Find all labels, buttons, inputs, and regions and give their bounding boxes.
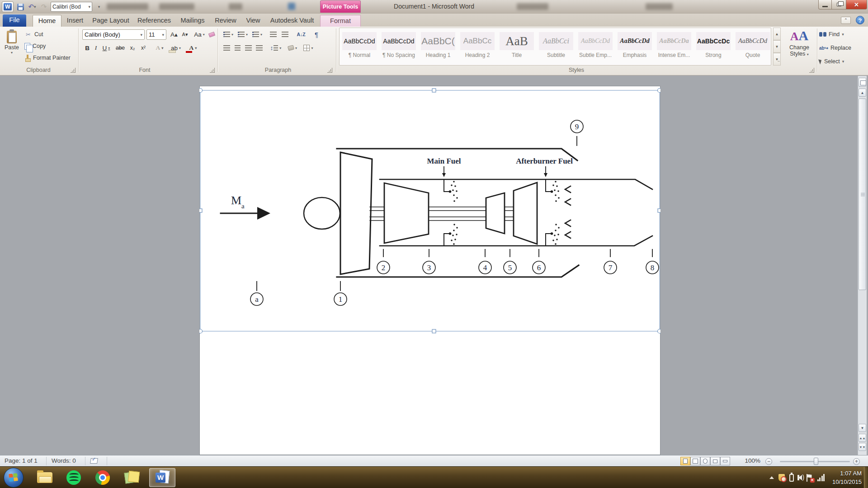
taskbar-explorer-button[interactable] — [32, 468, 58, 487]
style-heading-1[interactable]: AaBbC( Heading 1 — [420, 30, 456, 63]
subscript-button[interactable]: x₂ — [127, 43, 137, 53]
clipboard-dialog-launcher[interactable] — [71, 68, 75, 73]
italic-button[interactable]: I — [92, 43, 99, 53]
style-quote[interactable]: AaBbCcDd Quote — [735, 30, 771, 63]
action-center-flag-icon[interactable]: ✕ — [807, 474, 813, 482]
tab-home[interactable]: Home — [33, 15, 61, 27]
volume-icon[interactable] — [798, 475, 802, 480]
tab-format[interactable]: Format — [320, 15, 361, 27]
highlight-button[interactable]: ab▾ — [168, 43, 184, 53]
numbering-button[interactable]: ▾ — [236, 29, 250, 39]
close-button[interactable]: ✕ — [846, 0, 867, 9]
style-subtitle[interactable]: AaBbCci Subtitle — [538, 30, 574, 63]
line-spacing-button[interactable]: ↕▾ — [269, 43, 283, 53]
gallery-more-button[interactable]: ▼̲ — [773, 53, 781, 66]
tab-autodesk-vault[interactable]: Autodesk Vault — [266, 15, 318, 27]
undo-dropdown[interactable]: ▾ — [34, 5, 36, 9]
align-center-button[interactable] — [232, 43, 242, 53]
tab-mailings[interactable]: Mailings — [175, 15, 210, 27]
font-family-combo[interactable]: Calibri (Body) ▾ — [82, 29, 145, 40]
vertical-scrollbar[interactable]: ▲ ▼ ▲▲ ▼▼ — [858, 76, 867, 455]
change-case-button[interactable]: Aa▾ — [193, 29, 206, 39]
zoom-level[interactable]: 100% — [745, 457, 760, 464]
multilevel-list-button[interactable]: ▾ — [250, 29, 264, 39]
full-screen-reading-view-button[interactable] — [690, 457, 700, 465]
word-app-icon[interactable]: W — [2, 1, 14, 12]
cut-button[interactable]: ✂ Cut — [24, 29, 43, 39]
clear-formatting-button[interactable] — [207, 29, 216, 39]
zoom-slider-thumb[interactable] — [814, 458, 818, 465]
superscript-button[interactable]: x² — [138, 43, 148, 53]
selection-handle-corner[interactable] — [199, 329, 203, 333]
selection-handle-corner[interactable] — [658, 329, 661, 333]
borders-button[interactable]: ▾ — [301, 43, 316, 53]
taskbar-chrome-button[interactable] — [90, 468, 116, 487]
next-page-button[interactable]: ▼▼ — [859, 443, 866, 451]
sort-button[interactable]: A↓Z — [295, 29, 307, 39]
text-effects-button[interactable]: A▾ — [153, 43, 166, 53]
grow-font-button[interactable]: A▴ — [169, 29, 179, 39]
taskbar-spotify-button[interactable] — [61, 468, 87, 487]
engine-diagram[interactable]: M a — [199, 86, 660, 455]
tab-view[interactable]: View — [241, 15, 265, 27]
web-layout-view-button[interactable] — [700, 457, 710, 465]
underline-button[interactable]: U▾ — [100, 43, 112, 53]
outline-view-button[interactable] — [710, 457, 720, 465]
style-intense-emphasis[interactable]: AaBbCcDa Intense Em... — [656, 30, 692, 63]
font-color-button[interactable]: A▾ — [185, 43, 201, 53]
tab-references[interactable]: References — [134, 15, 175, 27]
selection-handle-right[interactable] — [658, 209, 660, 212]
bold-button[interactable]: B — [83, 43, 91, 53]
zoom-in-button[interactable]: + — [853, 458, 860, 465]
format-painter-button[interactable]: Format Painter — [24, 53, 71, 63]
style-subtle-emphasis[interactable]: AaBbCcDd Subtle Emp... — [577, 30, 613, 63]
paragraph-dialog-launcher[interactable] — [327, 68, 332, 73]
selection-handle-top[interactable] — [432, 89, 436, 92]
print-layout-view-button[interactable] — [680, 457, 690, 465]
previous-page-button[interactable]: ▲▲ — [859, 434, 866, 442]
word-count[interactable]: Words: 0 — [52, 457, 76, 464]
decrease-indent-button[interactable] — [268, 29, 278, 39]
gallery-scroll-down-button[interactable]: ▼ — [773, 40, 781, 53]
change-styles-button[interactable]: AA Change Styles ▾ — [785, 28, 814, 65]
collapse-ribbon-button[interactable]: ⌃ — [841, 17, 851, 24]
paste-button[interactable]: Paste ▾ — [3, 28, 21, 65]
style-strong[interactable]: AaBbCcDc Strong — [695, 30, 731, 63]
qat-customize-button[interactable]: ▾ — [94, 2, 104, 12]
battery-icon[interactable] — [789, 474, 794, 482]
start-button[interactable] — [4, 468, 24, 488]
bullets-button[interactable]: ▾ — [222, 29, 235, 39]
find-button[interactable]: Find ▾ — [819, 29, 844, 39]
taskbar-clock[interactable]: 1:07 AM 10/10/2015 — [832, 469, 862, 486]
style-title[interactable]: AaB Title — [499, 30, 535, 63]
help-button[interactable]: ? — [856, 16, 864, 24]
view-ruler-toggle[interactable] — [859, 78, 866, 87]
qat-font-combo[interactable]: Calibri (Bod ▾ — [51, 2, 92, 12]
style-normal[interactable]: AaBbCcDd ¶ Normal — [341, 30, 377, 63]
scroll-up-button[interactable]: ▲ — [859, 89, 866, 97]
justify-button[interactable] — [254, 43, 264, 53]
select-button[interactable]: Select ▾ — [819, 56, 844, 66]
style-heading-2[interactable]: AaBbCc Heading 2 — [459, 30, 495, 63]
copy-button[interactable]: Copy — [24, 41, 46, 51]
strikethrough-button[interactable]: abe — [114, 43, 127, 53]
selection-handle-corner[interactable] — [658, 89, 661, 93]
taskbar-word-button[interactable]: W — [149, 468, 175, 487]
page-count[interactable]: Page: 1 of 1 — [5, 457, 38, 464]
scrollbar-thumb[interactable] — [859, 99, 866, 290]
taskbar-sticky-notes-button[interactable] — [118, 468, 145, 487]
restore-button[interactable] — [832, 0, 846, 9]
tray-expand-icon[interactable] — [769, 476, 774, 479]
tab-file[interactable]: File — [3, 14, 26, 27]
replace-button[interactable]: ab↪ Replace — [819, 43, 851, 53]
show-paragraph-marks-button[interactable]: ¶ — [311, 29, 322, 39]
font-dialog-launcher[interactable] — [210, 68, 215, 73]
undo-button[interactable]: ↶▾ — [27, 2, 37, 12]
network-signal-icon[interactable] — [817, 474, 825, 481]
show-desktop-button[interactable] — [864, 467, 868, 488]
selection-handle-left[interactable] — [199, 209, 202, 212]
styles-dialog-launcher[interactable] — [809, 68, 814, 73]
align-left-button[interactable] — [222, 43, 231, 53]
selection-handle-corner[interactable] — [199, 89, 203, 93]
gallery-scroll-up-button[interactable]: ▲ — [773, 28, 781, 40]
